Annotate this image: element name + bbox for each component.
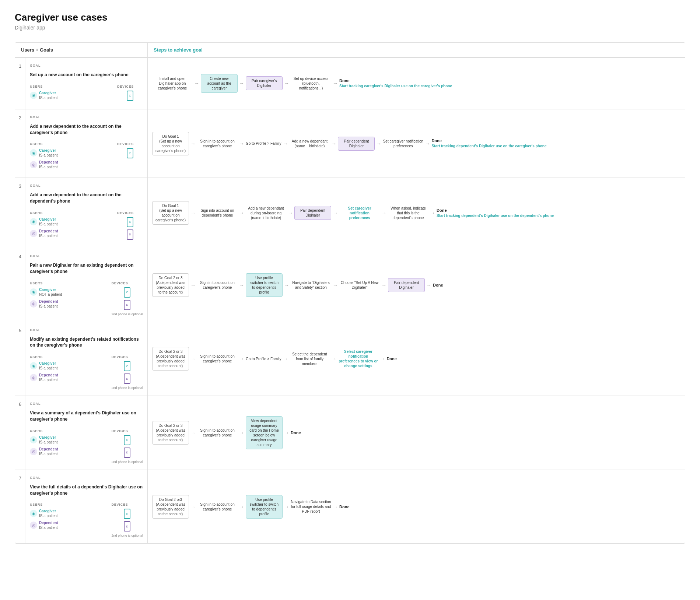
user-text: Caregiver IS a patient xyxy=(39,148,58,158)
device-entry: D xyxy=(111,448,143,459)
devices-col: DEVICES C D xyxy=(117,211,143,242)
users-col-label: USERS xyxy=(30,85,114,88)
users-col-label: USERS xyxy=(30,429,108,433)
user-icon: ◉ xyxy=(30,510,37,517)
arrow-icon: → xyxy=(381,210,386,216)
highlight-step-box: Use profile switcher to switch to depend… xyxy=(246,273,283,297)
arrow-icon: → xyxy=(190,210,196,216)
arrow-icon: → xyxy=(333,282,338,288)
goal-label: GOAL xyxy=(30,115,143,119)
plain-step: Choose "Set Up A New Digihaler" xyxy=(339,280,380,290)
device-note: 2nd phone is optional xyxy=(111,534,143,537)
plain-step: Go to Profile > Family xyxy=(246,357,281,361)
user-text: Caregiver IS a patient xyxy=(39,361,58,371)
device-entry: D xyxy=(111,373,143,385)
done-label: Done xyxy=(339,505,350,509)
table-row: 2 GOAL Add a new dependent to the accoun… xyxy=(15,109,685,178)
user-icon: ◎ xyxy=(30,230,37,237)
left-cell: GOAL Pair a new Digihaler for an existin… xyxy=(25,248,148,322)
user-icon: ◎ xyxy=(30,300,37,308)
devices-col: DEVICES C xyxy=(117,142,143,161)
plain-step: Sign in to account on caregiver's phone xyxy=(197,280,238,290)
device-entry: C xyxy=(117,148,143,159)
user-text: Dependent IS a patient xyxy=(39,299,58,309)
arrow-icon: → xyxy=(284,282,289,288)
arrow-icon: → xyxy=(239,504,244,510)
arrow-icon: → xyxy=(425,141,430,147)
user-text: Dependent IS a patient xyxy=(39,520,58,530)
device-note: 2nd phone is optional xyxy=(111,460,143,464)
goal-label: GOAL xyxy=(30,64,143,67)
row-number: 3 xyxy=(15,178,25,248)
page-title: Caregiver use cases xyxy=(15,12,685,23)
user-text: Dependent IS a patient xyxy=(39,447,58,456)
device-entry: C xyxy=(111,361,143,372)
devices-col-label: DEVICES xyxy=(117,211,143,215)
arrow-icon: → xyxy=(284,80,289,86)
arrow-icon: → xyxy=(376,141,381,147)
arrow-icon: → xyxy=(426,282,431,288)
left-cell: GOAL View a summary of a dependent's Dig… xyxy=(25,396,148,470)
table-row: 4 GOAL Pair a new Digihaler for an exist… xyxy=(15,248,685,322)
users-col: USERS ◉ Caregiver IS a patient ◎ Depende… xyxy=(30,429,108,459)
user-icon: ◉ xyxy=(30,362,37,369)
plain-step: Select the dependent from list of family… xyxy=(289,352,330,366)
user-text: Caregiver IS a patient xyxy=(39,435,58,445)
user-icon: ◉ xyxy=(30,436,37,443)
device-icon: C xyxy=(124,509,130,519)
row-number: 1 xyxy=(15,58,25,109)
goal-label: GOAL xyxy=(30,476,143,480)
arrow-icon: → xyxy=(239,356,244,362)
right-cell: Do Goal 2 or 3(A dependent was previousl… xyxy=(148,248,685,322)
left-cell: GOAL Set up a new account on the caregiv… xyxy=(25,58,148,109)
device-icon: D xyxy=(127,229,133,240)
header-left: Users + Goals xyxy=(15,43,148,57)
table-row: 7 GOAL View the full details of a depend… xyxy=(15,470,685,544)
user-entry: ◉ Caregiver IS a patient xyxy=(30,148,114,158)
page-subtitle: Digihaler app xyxy=(15,25,685,31)
arrow-icon: → xyxy=(239,430,244,436)
header-right: Steps to achieve goal xyxy=(148,43,685,57)
table-row: 6 GOAL View a summary of a dependent's D… xyxy=(15,396,685,470)
arrow-icon: → xyxy=(190,430,196,436)
device-icon: D xyxy=(124,300,130,310)
user-icon: ◉ xyxy=(30,218,37,225)
right-cell: Do Goal 1(Set up a new account on caregi… xyxy=(148,109,685,178)
device-icon: C xyxy=(124,287,130,298)
done-block: Done Start tracking caregiver's Digihale… xyxy=(339,78,452,88)
device-icon: D xyxy=(124,373,130,384)
devices-col: DEVICES C xyxy=(117,85,143,103)
users-devices: USERS ◉ Caregiver IS a patient ◎ Depende… xyxy=(30,429,143,464)
goal-step-box: Do Goal 2 or 3(A dependent was previousl… xyxy=(152,273,189,297)
right-cell: Install and open Digihaler app on caregi… xyxy=(148,58,685,109)
user-icon: ◎ xyxy=(30,522,37,529)
row-number: 4 xyxy=(15,248,25,322)
devices-col: DEVICES C D 2nd phone is optional xyxy=(111,281,143,316)
user-entry: ◉ Caregiver IS a patient xyxy=(30,91,114,100)
device-entry: C xyxy=(117,91,143,102)
user-entry: ◎ Dependent IS a patient xyxy=(30,229,114,238)
user-text: Caregiver IS a patient xyxy=(39,91,58,100)
user-icon: ◎ xyxy=(30,161,37,168)
table-row: 3 GOAL Add a new dependent to the accoun… xyxy=(15,178,685,248)
arrow-icon: → xyxy=(333,80,338,86)
arrow-icon: → xyxy=(239,282,244,288)
arrow-icon: → xyxy=(239,210,244,216)
done-desc: Start tracking dependent's Digihaler use… xyxy=(437,213,554,218)
device-note: 2nd phone is optional xyxy=(111,312,143,316)
goal-step-box: Do Goal 2 or 3(A dependent was previousl… xyxy=(152,421,189,445)
plain-step: Add a new dependant during on-boarding (… xyxy=(246,206,286,220)
plain-step: Navigate to Data section for full usage … xyxy=(291,499,331,514)
done-block: Done Start tracking dependent's Digihale… xyxy=(431,138,546,148)
plain-step: When asked, indicate that this is the de… xyxy=(388,206,428,220)
device-entry: C xyxy=(111,287,143,298)
users-col-label: USERS xyxy=(30,503,108,506)
goal-step-box: Do Goal 2 or 3(A dependent was previousl… xyxy=(152,347,189,371)
device-entry: C xyxy=(111,509,143,520)
devices-col-label: DEVICES xyxy=(111,355,143,359)
done-label: Done xyxy=(437,208,554,213)
row-number: 2 xyxy=(15,109,25,178)
arrow-icon: → xyxy=(333,504,338,510)
plain-step: Sign in to account on caregiver's phone xyxy=(197,139,238,148)
device-icon: C xyxy=(127,91,133,101)
